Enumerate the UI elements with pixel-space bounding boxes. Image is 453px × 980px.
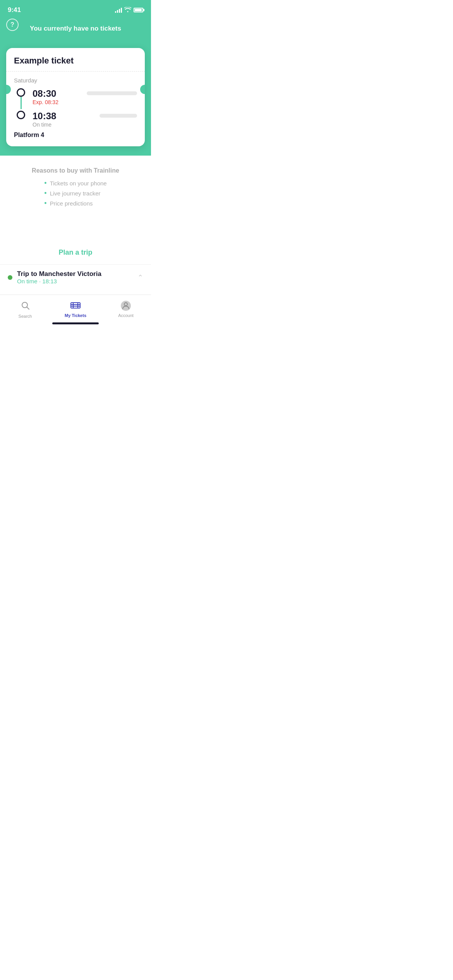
svg-point-7 [124,303,127,306]
reasons-section: Reasons to buy with Trainline Tickets on… [0,156,151,218]
live-trip-title: Trip to Manchester Victoria [17,270,133,278]
ticket-day: Saturday [14,77,137,84]
ticket-body: Saturday 08:30 Exp. 08:32 10 [6,72,145,146]
departure-dot [17,88,25,97]
content-area: Reasons to buy with Trainline Tickets on… [0,156,151,290]
arrival-status: On time [33,122,96,128]
account-icon [121,301,130,310]
svg-rect-2 [71,303,80,308]
departure-exp: Exp. 08:32 [33,99,83,105]
departure-time: 08:30 [33,88,83,99]
live-trip-info: Trip to Manchester Victoria On time · 18… [17,270,133,285]
departure-info: 08:30 Exp. 08:32 [33,88,83,105]
header-area: ? You currently have no tickets [0,19,151,48]
reason-item-1: Tickets on your phone [44,180,106,187]
reasons-list: Tickets on your phone Live journey track… [44,180,106,210]
account-tab-label: Account [118,313,134,318]
reason-item-2: Live journey tracker [44,190,106,197]
home-indicator [52,322,99,324]
arrival-info: 10:38 On time [33,111,96,128]
chevron-up-icon: ⌃ [137,273,143,282]
live-status-dot [8,275,12,280]
search-icon [21,301,30,312]
journey-line [21,97,22,109]
arrival-time: 10:38 [33,111,96,122]
my-tickets-tab-label: My Tickets [65,313,86,318]
arrival-dot [17,111,25,119]
help-button[interactable]: ? [6,19,19,31]
reasons-title: Reasons to buy with Trainline [8,167,143,174]
plan-trip-button[interactable]: Plan a trip [0,241,151,264]
tab-search[interactable]: Search [0,295,50,320]
platform-info: Platform 4 [14,132,137,139]
tab-account[interactable]: Account [101,295,151,320]
departure-dot-container [14,88,28,109]
battery-icon [134,8,143,12]
tab-bar: Search My Tickets Account [0,295,151,327]
tab-my-tickets[interactable]: My Tickets [50,295,101,320]
status-bar: 9:41 [0,0,151,19]
live-trip-status: On time [17,278,38,284]
no-tickets-message: You currently have no tickets [30,25,121,33]
arrival-bar [100,114,137,118]
status-icons [115,7,143,14]
arrival-dot-container [14,111,28,119]
live-trip-time: 18:13 [42,278,57,284]
reason-item-3: Price predictions [44,200,106,207]
example-ticket-card: Example ticket Saturday 08:30 Exp. 08:32 [6,48,145,146]
status-time: 9:41 [8,6,21,14]
live-trip-banner[interactable]: Trip to Manchester Victoria On time · 18… [0,264,151,290]
live-trip-status-time: On time · 18:13 [17,278,133,285]
signal-icon [115,7,122,13]
ticket-title: Example ticket [14,56,137,66]
svg-line-1 [27,307,29,310]
my-tickets-icon [70,302,81,312]
departure-bar [87,91,137,95]
wifi-icon [124,7,131,14]
search-tab-label: Search [19,314,32,319]
ticket-header: Example ticket [6,48,145,71]
